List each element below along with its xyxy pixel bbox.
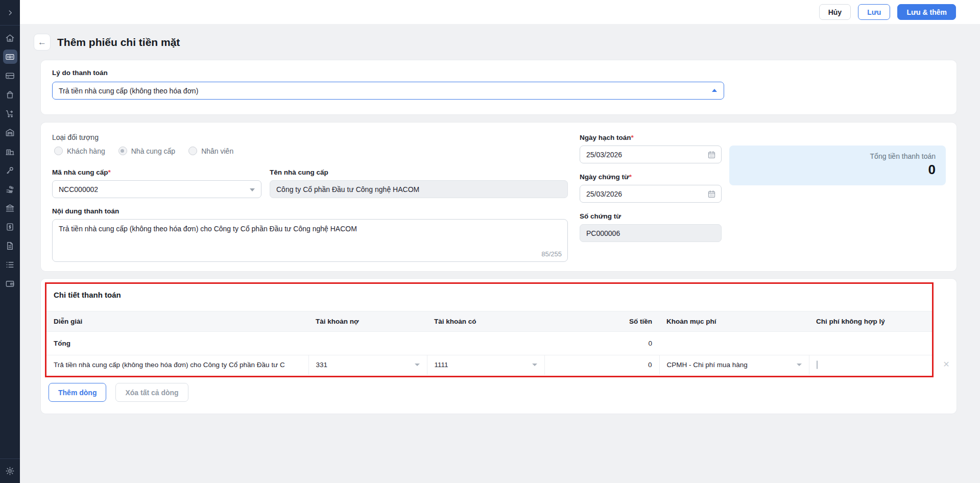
chevron-down-icon <box>532 364 537 366</box>
wallet-icon <box>5 279 15 288</box>
home-icon <box>5 33 15 43</box>
payment-content-label: Nội dung thanh toán <box>52 207 119 215</box>
object-type-label: Loại đối tượng <box>52 133 99 141</box>
table-header-row: Diễn giải Tài khoản nợ Tài khoản có Số t… <box>46 311 932 332</box>
radio-supplier-circle[interactable] <box>118 147 127 155</box>
sidebar-item-key[interactable] <box>3 163 17 177</box>
radio-customer-label: Khách hàng <box>67 147 105 155</box>
gear-icon <box>5 466 15 476</box>
payment-content-textarea[interactable]: Trả tiền nhà cung cấp (không theo hóa đơ… <box>52 219 568 262</box>
sidebar-item-bank[interactable] <box>3 201 17 215</box>
payment-details-card: Chi tiết thanh toán Diễn giải Tài khoản … <box>41 279 957 414</box>
chevron-right-icon <box>7 9 14 16</box>
required-asterisk: * <box>108 168 111 176</box>
radio-customer-circle[interactable] <box>54 147 63 155</box>
save-and-add-button[interactable]: Lưu & thêm <box>897 4 956 20</box>
key-icon <box>5 165 15 175</box>
document-date-label: Ngày chứng từ* <box>580 173 632 181</box>
row-amount-cell[interactable]: 0 <box>544 355 659 375</box>
col-invalid-expense: Chi phí không hợp lý <box>809 311 932 332</box>
sidebar-item-credit-card[interactable] <box>3 68 17 83</box>
document-number-input: PC000006 <box>580 224 722 242</box>
sidebar-item-document[interactable] <box>3 238 17 253</box>
row-expense-category-cell[interactable]: CPMH - Chi phí mua hàng <box>659 355 809 375</box>
document-date-input[interactable]: 25/03/2026 <box>580 185 722 203</box>
col-description: Diễn giải <box>46 311 308 332</box>
expense-category-value: CPMH - Chi phí mua hàng <box>667 361 748 369</box>
supplier-name-label: Tên nhà cung cấp <box>270 168 328 176</box>
supplier-code-value: NCC000002 <box>59 185 98 194</box>
required-asterisk: * <box>629 173 632 181</box>
cash-voucher-icon <box>5 52 15 62</box>
back-arrow-icon: ← <box>38 37 46 47</box>
radio-supplier[interactable]: Nhà cung cấp <box>118 147 175 155</box>
payment-details-title: Chi tiết thanh toán <box>54 291 121 299</box>
row-debit-account-cell[interactable]: 331 <box>308 355 427 375</box>
chevron-down-icon <box>250 188 255 191</box>
close-icon: ✕ <box>943 359 949 369</box>
save-button[interactable]: Lưu <box>858 4 890 20</box>
add-row-button[interactable]: Thêm dòng <box>49 383 106 402</box>
chevron-down-icon <box>797 364 802 366</box>
radio-employee[interactable]: Nhân viên <box>188 147 233 155</box>
page-title: Thêm phiếu chi tiền mặt <box>57 36 180 49</box>
calendar-icon[interactable] <box>707 189 716 198</box>
posting-date-value: 25/03/2026 <box>586 151 622 159</box>
sidebar-item-wallet[interactable] <box>3 276 17 291</box>
payment-details-table: Diễn giải Tài khoản nợ Tài khoản có Số t… <box>46 311 932 375</box>
posting-date-input[interactable]: 25/03/2026 <box>580 146 722 163</box>
payment-reason-select[interactable]: Trả tiền nhà cung cấp (không theo hóa đơ… <box>52 82 724 100</box>
row-description-cell[interactable]: Trả tiền nhà cung cấp (không theo hóa đơ… <box>46 355 308 375</box>
radio-supplier-label: Nhà cung cấp <box>131 147 175 155</box>
delete-all-rows-button[interactable]: Xóa tất cả dòng <box>115 383 188 402</box>
action-bar: Hủy Lưu Lưu & thêm <box>20 0 980 24</box>
char-counter: 85/255 <box>541 250 562 259</box>
sidebar-item-shopping-bag[interactable] <box>3 87 17 102</box>
supplier-name-value: Công ty Cổ phần Đầu tư Công nghệ HACOM <box>276 185 419 194</box>
object-type-radio-group: Khách hàng Nhà cung cấp Nhân viên <box>54 147 233 155</box>
chevron-up-icon <box>712 89 717 92</box>
payment-reason-label: Lý do thanh toán <box>52 69 108 77</box>
payment-reason-value: Trả tiền nhà cung cấp (không theo hóa đơ… <box>59 87 198 95</box>
back-button[interactable]: ← <box>34 34 51 51</box>
table-actions: Thêm dòng Xóa tất cả dòng <box>49 383 188 402</box>
col-debit-account: Tài khoản nợ <box>308 311 427 332</box>
sidebar <box>0 0 20 483</box>
supplier-code-select[interactable]: NCC000002 <box>52 180 261 198</box>
cancel-button[interactable]: Hủy <box>819 4 851 20</box>
total-payment-label: Tổng tiền thanh toán <box>739 152 936 160</box>
sidebar-item-cash-voucher[interactable] <box>3 50 17 64</box>
bank-icon <box>5 203 15 213</box>
total-payment-value: 0 <box>739 162 936 178</box>
list-icon <box>5 260 15 270</box>
radio-employee-circle[interactable] <box>188 147 197 155</box>
row-invalid-expense-cell <box>809 355 932 375</box>
debit-account-value: 331 <box>316 361 328 369</box>
total-payment-box: Tổng tiền thanh toán 0 <box>729 146 946 185</box>
radio-employee-label: Nhân viên <box>201 147 233 155</box>
table-row: Trả tiền nhà cung cấp (không theo hóa đơ… <box>46 355 932 375</box>
radio-customer[interactable]: Khách hàng <box>54 147 105 155</box>
payment-reason-card: Lý do thanh toán Trả tiền nhà cung cấp (… <box>41 60 957 114</box>
invalid-expense-checkbox[interactable] <box>817 360 818 369</box>
sidebar-item-company[interactable] <box>3 144 17 158</box>
remove-row-button[interactable]: ✕ <box>941 358 952 370</box>
calendar-icon[interactable] <box>707 150 716 159</box>
sidebar-item-invoice[interactable] <box>3 220 17 234</box>
row-credit-account-cell[interactable]: 1111 <box>427 355 544 375</box>
document-icon <box>5 241 15 251</box>
required-asterisk: * <box>631 134 634 141</box>
sidebar-item-home[interactable] <box>3 31 17 45</box>
sidebar-item-warehouse[interactable] <box>3 125 17 139</box>
sidebar-item-list[interactable] <box>3 257 17 272</box>
sidebar-item-shopping-cart[interactable] <box>3 106 17 120</box>
sidebar-collapse-button[interactable] <box>0 0 20 26</box>
sidebar-settings-button[interactable] <box>0 458 20 483</box>
supplier-code-label: Mã nhà cung cấp* <box>52 168 111 176</box>
sidebar-item-hand-coins[interactable] <box>3 182 17 196</box>
hand-coins-icon <box>5 184 15 194</box>
main-area: Hủy Lưu Lưu & thêm ← Thêm phiếu chi tiền… <box>20 0 980 483</box>
col-amount: Số tiền <box>544 311 659 332</box>
credit-card-icon <box>5 71 15 81</box>
supplier-name-input: Công ty Cổ phần Đầu tư Công nghệ HACOM <box>270 180 568 198</box>
